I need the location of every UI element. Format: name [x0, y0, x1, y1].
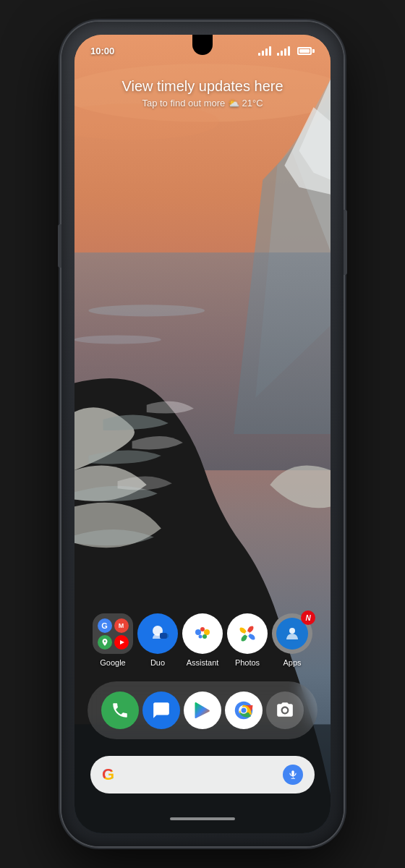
svg-point-19: [204, 629, 210, 635]
phone-device: 10:00: [61, 22, 344, 846]
app-item-photos[interactable]: Photos: [225, 613, 270, 667]
phone-screen: 10:00: [74, 35, 331, 833]
svg-point-20: [202, 634, 207, 639]
app-item-apps[interactable]: N Apps: [270, 613, 315, 667]
mic-button[interactable]: [283, 765, 303, 785]
camera-notch: [192, 35, 213, 55]
svg-point-17: [195, 629, 201, 635]
duo-label: Duo: [150, 658, 165, 667]
app-item-google[interactable]: G M Google: [90, 613, 135, 667]
app-item-assistant[interactable]: Assistant: [180, 613, 225, 667]
signal-icon-2: [277, 46, 290, 56]
svg-point-9: [88, 305, 205, 316]
dock-chrome[interactable]: [225, 692, 263, 729]
dock-phone[interactable]: [101, 692, 139, 729]
home-indicator: [170, 817, 235, 820]
assistant-icon[interactable]: [182, 613, 223, 654]
weather-title: View timely updates here: [74, 78, 331, 95]
assistant-label: Assistant: [187, 658, 219, 667]
status-time: 10:00: [90, 46, 114, 56]
photos-icon[interactable]: [227, 613, 268, 654]
app-grid: G M Google: [90, 613, 315, 667]
svg-point-18: [200, 627, 205, 631]
photos-label: Photos: [235, 658, 260, 667]
svg-rect-14: [160, 633, 167, 639]
svg-point-21: [199, 635, 202, 639]
google-folder-icon[interactable]: G M: [93, 613, 133, 654]
dock: [88, 681, 317, 739]
dock-camera[interactable]: [266, 692, 304, 729]
svg-marker-15: [167, 634, 169, 638]
app-item-duo[interactable]: Duo: [135, 613, 180, 667]
dock-messages[interactable]: [142, 692, 180, 729]
svg-point-10: [74, 336, 161, 344]
svg-point-22: [245, 631, 250, 636]
google-g-logo: G: [102, 765, 114, 784]
status-icons: [258, 46, 315, 56]
duo-icon[interactable]: [137, 613, 178, 654]
svg-point-27: [242, 708, 247, 713]
battery-icon: [297, 47, 315, 55]
svg-point-23: [289, 628, 295, 634]
signal-icon: [258, 46, 271, 56]
netflix-badge: N: [301, 610, 315, 625]
dock-play[interactable]: [184, 692, 221, 729]
google-folder-label: Google: [100, 658, 125, 667]
weather-widget[interactable]: View timely updates here Tap to find out…: [74, 78, 331, 109]
weather-subtitle: Tap to find out more ⛅ 21°C: [74, 98, 331, 109]
svg-marker-12: [120, 640, 124, 644]
search-bar[interactable]: G: [90, 756, 315, 793]
apps-label: Apps: [283, 658, 301, 667]
